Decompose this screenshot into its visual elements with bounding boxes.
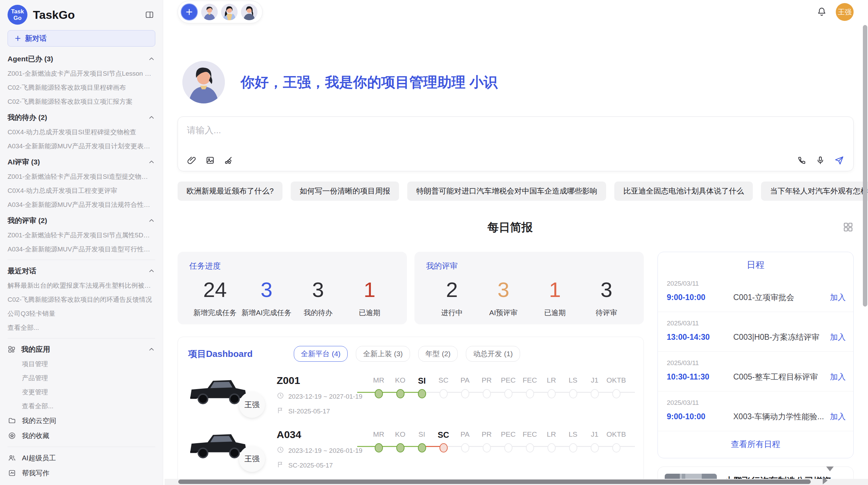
sidebar-link-folder[interactable]: 我的云空间 [8, 413, 155, 428]
scissors-icon[interactable] [224, 156, 233, 165]
stat-value: 1 [529, 277, 581, 302]
chevron-up-icon[interactable] [148, 114, 155, 121]
sidebar-item[interactable]: C02-飞腾新能源轻客改款项目里程碑画布 [8, 80, 155, 95]
milestone-LS: LS [562, 376, 584, 400]
app-item[interactable]: 产品管理 [8, 371, 155, 385]
milestone-MR: MR [368, 376, 389, 400]
suggestion-chip[interactable]: 当下年轻人对汽车外观有怎样的喜好趋势 [761, 182, 868, 201]
suggestion-chip[interactable]: 比亚迪全固态电池计划具体说了什么 [614, 182, 753, 201]
chevron-up-icon[interactable] [148, 217, 155, 224]
milestone-LS: LS [562, 430, 584, 454]
my-apps-header[interactable]: 我的应用 [8, 342, 155, 357]
project-dates: 2023-12-19 ~ 2027-01-19 [288, 393, 362, 400]
chevron-up-icon[interactable] [148, 55, 155, 63]
dashboard-filter-chip[interactable]: 动总开发 (1) [466, 346, 520, 362]
greeting-block: 你好，王强，我是你的项目管理助理 小识 [178, 61, 854, 103]
milestone-PR: PR [476, 430, 497, 454]
sidebar-item[interactable]: Z001-全新燃油轻卡产品开发项目SI节点属性5D文件评审 [8, 228, 155, 242]
logo-text-top: Task [11, 8, 24, 15]
app-window: Task Go TaskGo 新对话 Agent已办 (3)Z001-全新燃油皮… [0, 0, 868, 485]
recent-chat-item[interactable]: 公司Q3轻卡销量 [8, 307, 155, 321]
horizontal-scrollbar-thumb[interactable] [178, 480, 811, 484]
sidebar-item[interactable]: A034-全新新能源MUV产品开发项目计划变更表编写 [8, 139, 155, 153]
chevron-up-icon[interactable] [148, 346, 155, 353]
sidebar-group-title: 我的待办 (2) [8, 113, 47, 122]
apps-view-all-link[interactable]: 查看全部... [8, 399, 155, 413]
sidebar: Task Go TaskGo 新对话 Agent已办 (3)Z001-全新燃油皮… [0, 0, 163, 485]
stat-label: AI预评审 [478, 308, 529, 318]
add-member-button[interactable] [181, 3, 198, 21]
sidebar-group-header[interactable]: AI评审 (3) [8, 154, 155, 170]
app-item[interactable]: 变更管理 [8, 385, 155, 399]
dashboard-filter-chip[interactable]: 年型 (2) [418, 346, 458, 362]
event-join-link[interactable]: 加入 [830, 372, 846, 382]
project-row[interactable]: 王强A0342023-12-19 ~ 2026-01-19SC-2025-05-… [188, 429, 633, 470]
stat-value: 2 [426, 277, 478, 302]
mic-icon[interactable] [816, 156, 825, 165]
suggestion-chip[interactable]: 欧洲新规最近颁布了什么? [178, 182, 282, 201]
event-join-link[interactable]: 加入 [830, 292, 846, 303]
new-chat-button[interactable]: 新对话 [8, 30, 155, 47]
current-user-avatar[interactable]: 王强 [836, 3, 854, 21]
notifications-bell-icon[interactable] [817, 6, 827, 18]
sidebar-tool-write[interactable]: 帮我写作 [8, 465, 155, 481]
assistant-avatar [182, 61, 225, 103]
milestone-dot [439, 389, 448, 398]
dashboard-filter-chip[interactable]: 全新上装 (3) [356, 346, 410, 362]
sidebar-item[interactable]: C0X4-动力总成开发项目SI里程碑提交物检查 [8, 125, 155, 139]
folder-icon [8, 416, 16, 425]
horizontal-scrollbar-track[interactable] [165, 479, 868, 485]
recent-chats-header[interactable]: 最近对话 [8, 263, 155, 278]
app-item[interactable]: 项目管理 [8, 357, 155, 371]
milestone-label: OKTB [605, 430, 627, 441]
layout-grid-icon[interactable] [843, 222, 854, 234]
milestone-label: PEC [497, 430, 519, 441]
sidebar-item[interactable]: Z001-全新燃油皮卡产品开发项目SI节点Lesson Learn报告 [8, 66, 155, 80]
sidebar-group-header[interactable]: Agent已办 (3) [8, 51, 155, 66]
recent-view-all-link[interactable]: 查看全部... [8, 321, 155, 335]
event-name: C001-立项审批会 [733, 292, 826, 303]
sidebar-group-header[interactable]: 我的待办 (2) [8, 110, 155, 125]
sidebar-link-star[interactable]: 我的收藏 [8, 428, 155, 443]
sidebar-group-header[interactable]: 我的评审 (2) [8, 213, 155, 228]
sidebar-item[interactable]: Z001-全新燃油轻卡产品开发项目SI造型提交物评审 [8, 170, 155, 184]
chevron-up-icon[interactable] [148, 267, 155, 275]
recent-chat-item[interactable]: 解释最新出台的欧盟报废车法规再生塑料比例被调至15%... [8, 278, 155, 293]
sidebar-item[interactable]: C02-飞腾新能源轻客改款项目立项汇报方案 [8, 95, 155, 109]
event-join-link[interactable]: 加入 [830, 332, 846, 343]
milestone-KO: KO [389, 430, 411, 454]
project-row[interactable]: 王强Z0012023-12-19 ~ 2027-01-19SI-2025-05-… [188, 375, 633, 416]
dashboard-filter-chip[interactable]: 全新平台 (4) [294, 346, 348, 362]
sidebar-tool-users[interactable]: AI超级员工 [8, 450, 155, 465]
event-join-link[interactable]: 加入 [830, 411, 846, 422]
project-next-milestone: SC-2025-05-17 [288, 462, 333, 469]
vertical-scrollbar[interactable] [863, 25, 867, 307]
image-icon[interactable] [205, 156, 215, 165]
sidebar-group: AI评审 (3)Z001-全新燃油轻卡产品开发项目SI造型提交物评审C0X4-动… [8, 154, 155, 212]
suggestion-chip[interactable]: 如何写一份清晰的项目周报 [291, 182, 399, 201]
attach-icon[interactable] [187, 156, 196, 165]
member-avatar[interactable] [241, 4, 257, 20]
scroll-right-arrow[interactable] [823, 477, 828, 484]
suggestion-chip[interactable]: 特朗普可能对进口汽车增税会对中国车企造成哪些影响 [407, 182, 606, 201]
sidebar-collapse-icon[interactable] [144, 9, 155, 21]
stat-label: 新增完成任务 [189, 308, 241, 318]
event-time: 10:30-11:30 [667, 372, 733, 382]
sidebar-tool-label: 帮我写作 [22, 469, 49, 478]
chat-input[interactable] [187, 124, 844, 155]
scroll-down-arrow[interactable] [826, 467, 834, 471]
milestone-label: FEC [519, 430, 541, 441]
send-icon[interactable] [834, 155, 844, 165]
recent-chat-item[interactable]: C02-飞腾新能源轻客改款项目的闭环通告反馈情况 [8, 293, 155, 307]
sidebar-item[interactable]: A034-全新新能源MUV产品开发项目法规符合性评审 [8, 198, 155, 212]
sidebar-item[interactable]: C0X4-动力总成开发项目工程变更评审 [8, 184, 155, 198]
call-icon[interactable] [797, 156, 807, 165]
milestone-dot [612, 389, 620, 398]
sidebar-tool-pen[interactable]: 创意制图 [8, 481, 155, 482]
member-avatar[interactable] [201, 4, 218, 20]
member-avatar[interactable] [221, 4, 238, 20]
sidebar-item[interactable]: A034-全新新能源MUV产品开发项目造型可行性评审 [8, 242, 155, 256]
daily-brief-title: 每日简报 [178, 220, 843, 235]
chevron-up-icon[interactable] [148, 158, 155, 166]
view-all-schedule-link[interactable]: 查看所有日程 [658, 431, 853, 453]
